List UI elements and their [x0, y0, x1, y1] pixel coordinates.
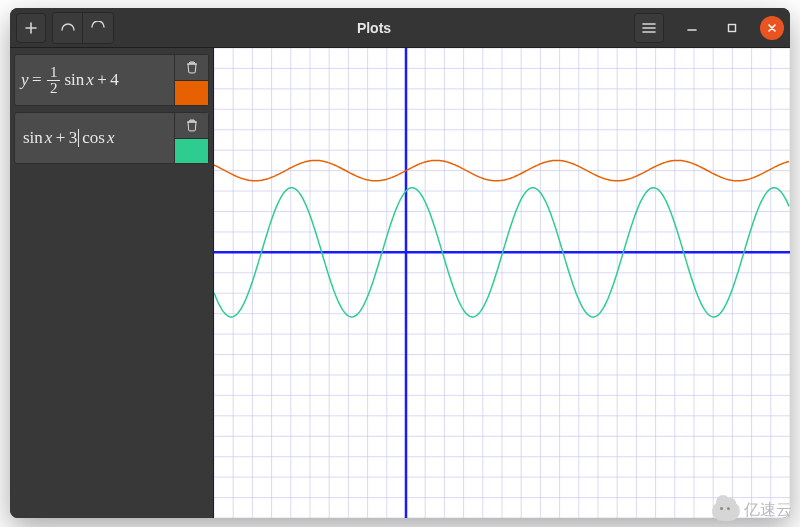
- add-button[interactable]: [16, 13, 46, 43]
- equation-input[interactable]: sinx + 3cosx: [15, 113, 174, 163]
- plot-canvas[interactable]: [214, 48, 790, 518]
- close-button[interactable]: [760, 16, 784, 40]
- hamburger-icon: [642, 22, 656, 34]
- app-window: Plots y = 12sinx + 4sinx + 3cosx: [10, 8, 790, 518]
- trash-icon: [185, 118, 199, 132]
- titlebar: Plots: [10, 8, 790, 48]
- trash-icon: [185, 60, 199, 74]
- redo-icon: [90, 21, 106, 35]
- redo-button[interactable]: [83, 13, 113, 43]
- equation-card: y = 12sinx + 4: [14, 54, 209, 106]
- maximize-icon: [727, 23, 737, 33]
- equation-input[interactable]: y = 12sinx + 4: [15, 55, 174, 105]
- delete-equation-button[interactable]: [175, 55, 208, 81]
- minimize-button[interactable]: [680, 16, 704, 40]
- undo-button[interactable]: [53, 13, 83, 43]
- equation-color-swatch[interactable]: [175, 139, 208, 164]
- svg-rect-0: [729, 24, 736, 31]
- close-icon: [767, 23, 777, 33]
- equation-card: sinx + 3cosx: [14, 112, 209, 164]
- plot-svg: [214, 48, 790, 518]
- delete-equation-button[interactable]: [175, 113, 208, 139]
- menu-button[interactable]: [634, 13, 664, 43]
- window-title: Plots: [120, 20, 628, 36]
- maximize-button[interactable]: [720, 16, 744, 40]
- undo-icon: [60, 21, 76, 35]
- equation-color-swatch[interactable]: [175, 81, 208, 106]
- grid: [214, 48, 790, 518]
- plus-icon: [24, 21, 38, 35]
- minimize-icon: [687, 23, 697, 33]
- equation-sidebar: y = 12sinx + 4sinx + 3cosx: [10, 48, 214, 518]
